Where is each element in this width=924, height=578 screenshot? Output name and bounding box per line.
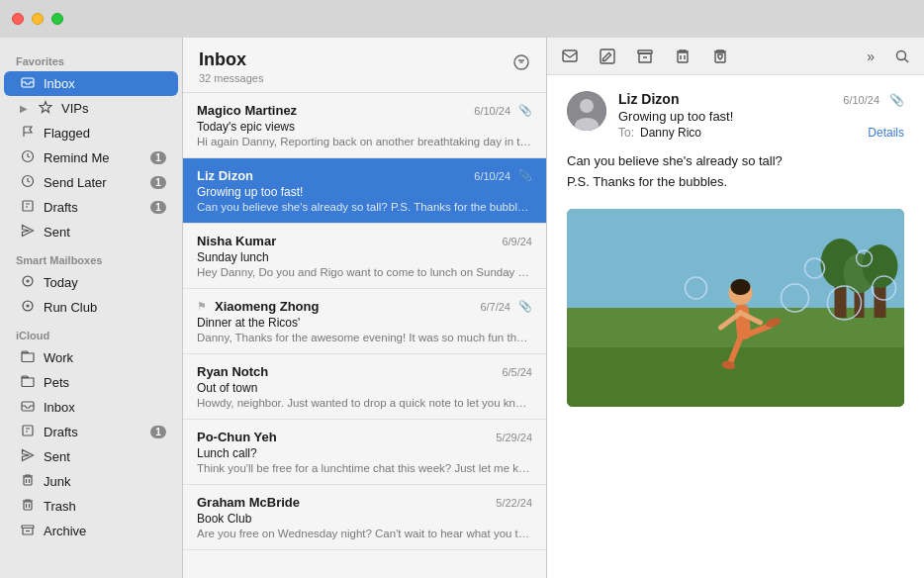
sidebar-item-icloud-drafts[interactable]: Drafts 1 <box>4 420 178 444</box>
sidebar: Favorites Inbox ▶ VIPs Flagged Rem <box>0 38 183 578</box>
new-message-icon[interactable] <box>561 48 579 65</box>
svg-point-6 <box>27 280 29 282</box>
icloud-sent-icon <box>20 448 36 465</box>
icloud-inbox-icon <box>20 399 36 416</box>
sidebar-item-icloud-sent[interactable]: Sent <box>4 444 178 469</box>
drafts-icon <box>20 199 36 216</box>
flag-icon: ⚑ <box>197 300 207 313</box>
message-subject: Growing up too fast! <box>197 185 532 199</box>
vips-icon <box>38 100 53 117</box>
message-item[interactable]: Po-Chun Yeh 5/29/24 Lunch call? Think yo… <box>183 420 546 485</box>
message-sender: Nisha Kumar <box>197 234 276 248</box>
send-later-icon <box>20 174 36 191</box>
email-body-line1: Can you believe she's already so tall? <box>567 151 904 172</box>
sidebar-item-sent[interactable]: Sent <box>4 220 178 244</box>
filter-icon[interactable] <box>512 53 530 75</box>
message-subject: Out of town <box>197 381 532 395</box>
sidebar-item-remind-me[interactable]: Remind Me 1 <box>4 145 178 170</box>
message-item[interactable]: ⚑ Xiaomeng Zhong 6/7/24 📎 Dinner at the … <box>183 289 546 354</box>
message-subject: Book Club <box>197 512 532 526</box>
message-item[interactable]: Magico Martinez 6/10/24 📎 Today's epic v… <box>183 93 546 158</box>
email-from-row: Liz Dizon 6/10/24 📎 <box>618 91 904 107</box>
message-preview: Are you free on Wednesday night? Can't w… <box>197 528 532 539</box>
message-preview: Danny, Thanks for the awesome evening! I… <box>197 332 532 343</box>
compose-icon[interactable] <box>599 48 616 65</box>
message-subject: Dinner at the Ricos' <box>197 316 532 330</box>
message-date: 6/10/24 <box>474 105 510 117</box>
message-list-count: 32 messages <box>199 72 263 84</box>
sidebar-item-junk[interactable]: Junk <box>4 469 178 494</box>
email-attachment-icon: 📎 <box>889 93 904 107</box>
archive-label: Archive <box>44 524 166 538</box>
message-subject: Sunday lunch <box>197 250 532 264</box>
sidebar-item-today[interactable]: Today <box>4 270 178 295</box>
email-details-link[interactable]: Details <box>868 126 904 140</box>
message-date: 5/22/24 <box>496 497 532 509</box>
svg-rect-4 <box>23 201 33 211</box>
message-item[interactable]: Graham McBride 5/22/24 Book Club Are you… <box>183 485 546 550</box>
sidebar-item-trash[interactable]: Trash <box>4 494 178 519</box>
minimize-button[interactable] <box>32 13 44 25</box>
sidebar-item-icloud-inbox[interactable]: Inbox <box>4 395 178 420</box>
svg-point-41 <box>897 50 906 59</box>
maximize-button[interactable] <box>51 13 63 25</box>
message-list-title: Inbox <box>199 49 263 70</box>
sidebar-item-send-later[interactable]: Send Later 1 <box>4 170 178 195</box>
sidebar-item-run-club[interactable]: Run Club <box>4 295 178 320</box>
sidebar-item-pets[interactable]: Pets <box>4 370 178 395</box>
detail-toolbar: » <box>547 38 924 75</box>
message-list-header: Inbox 32 messages <box>183 38 546 93</box>
sent-icon <box>20 224 36 241</box>
drafts-label: Drafts <box>44 200 142 215</box>
archive-icon <box>20 523 36 539</box>
remind-me-badge: 1 <box>150 151 166 164</box>
icloud-drafts-label: Drafts <box>44 425 142 439</box>
message-subject: Today's epic views <box>197 120 532 134</box>
svg-point-5 <box>23 276 33 286</box>
icloud-drafts-icon <box>20 424 36 440</box>
attachment-icon: 📎 <box>518 104 532 117</box>
email-from-name: Liz Dizon <box>618 91 679 107</box>
sidebar-item-work[interactable]: Work <box>4 345 178 370</box>
sidebar-item-archive[interactable]: Archive <box>4 519 178 543</box>
search-icon[interactable] <box>894 48 910 64</box>
send-later-badge: 1 <box>150 176 166 189</box>
inbox-label: Inbox <box>44 76 166 91</box>
delete-icon[interactable] <box>674 48 692 65</box>
sidebar-item-inbox[interactable]: Inbox <box>4 71 178 96</box>
message-item[interactable]: Liz Dizon 6/10/24 📎 Growing up too fast!… <box>183 158 546 224</box>
email-image <box>567 209 904 407</box>
svg-marker-1 <box>40 102 51 113</box>
email-to-label: To: <box>618 126 634 140</box>
email-meta: Liz Dizon 6/10/24 📎 Growing up too fast!… <box>618 91 904 140</box>
message-sender: Graham McBride <box>197 495 300 510</box>
svg-rect-32 <box>563 50 577 61</box>
close-button[interactable] <box>12 13 24 25</box>
sent-label: Sent <box>44 225 166 240</box>
email-body: Can you believe she's already so tall? P… <box>567 151 904 193</box>
sidebar-item-drafts[interactable]: Drafts 1 <box>4 195 178 220</box>
message-item[interactable]: Ryan Notch 6/5/24 Out of town Howdy, nei… <box>183 354 546 420</box>
flagged-icon <box>20 125 36 142</box>
detail-pane: » Liz Dizon <box>547 38 924 578</box>
today-icon <box>20 274 36 291</box>
sidebar-item-flagged[interactable]: Flagged <box>4 121 178 145</box>
icloud-drafts-badge: 1 <box>150 426 166 438</box>
inbox-icon <box>20 75 36 92</box>
drafts-badge: 1 <box>150 201 166 214</box>
icloud-inbox-label: Inbox <box>44 400 166 415</box>
svg-point-12 <box>27 305 29 307</box>
message-preview: Hi again Danny, Reporting back on anothe… <box>197 136 532 147</box>
message-date: 6/5/24 <box>502 366 532 378</box>
junk-toolbar-icon[interactable] <box>711 48 729 65</box>
sidebar-item-vips[interactable]: ▶ VIPs <box>4 96 178 121</box>
more-icon[interactable]: » <box>867 48 875 64</box>
message-preview: Hey Danny, Do you and Rigo want to come … <box>197 266 532 278</box>
message-list: Inbox 32 messages Magico Martinez 6/10/2… <box>183 38 547 578</box>
icloud-sent-label: Sent <box>44 449 166 464</box>
message-item[interactable]: Nisha Kumar 6/9/24 Sunday lunch Hey Dann… <box>183 224 546 289</box>
archive-toolbar-icon[interactable] <box>636 48 654 65</box>
svg-line-42 <box>905 58 909 62</box>
work-label: Work <box>44 350 166 365</box>
message-subject: Lunch call? <box>197 446 532 460</box>
